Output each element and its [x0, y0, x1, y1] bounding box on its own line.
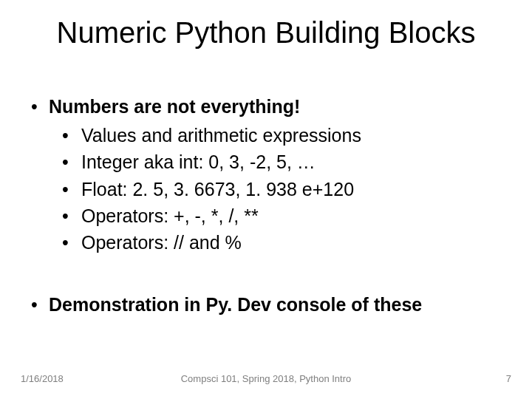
sub-bullet: Operators: // and % — [49, 229, 502, 256]
sub-bullet: Values and arithmetic expressions — [49, 122, 502, 149]
bullet-top-2: Demonstration in Py. Dev console of thes… — [30, 294, 502, 316]
slide-body: Numbers are not everything! Values and a… — [30, 96, 502, 321]
footer-center: Compsci 101, Spring 2018, Python Intro — [21, 373, 511, 384]
footer-page-number: 7 — [506, 373, 511, 384]
bullet-top-1: Numbers are not everything! Values and a… — [30, 96, 502, 256]
slide-footer: 1/16/2018 Compsci 101, Spring 2018, Pyth… — [21, 373, 511, 384]
slide: Numeric Python Building Blocks Numbers a… — [0, 0, 532, 399]
sub-bullet: Integer aka int: 0, 3, -2, 5, … — [49, 149, 502, 175]
bullet-list-level1: Numbers are not everything! Values and a… — [30, 96, 502, 316]
bullet-top-1-text: Numbers are not everything! — [49, 96, 300, 117]
bullet-top-2-text: Demonstration in Py. Dev console of thes… — [49, 294, 422, 315]
bullet-list-level2: Values and arithmetic expressions Intege… — [49, 122, 502, 256]
footer-date: 1/16/2018 — [21, 373, 64, 384]
sub-bullet: Operators: +, -, *, /, ** — [49, 202, 502, 229]
slide-title: Numeric Python Building Blocks — [0, 16, 532, 50]
sub-bullet: Float: 2. 5, 3. 6673, 1. 938 e+120 — [49, 176, 502, 202]
